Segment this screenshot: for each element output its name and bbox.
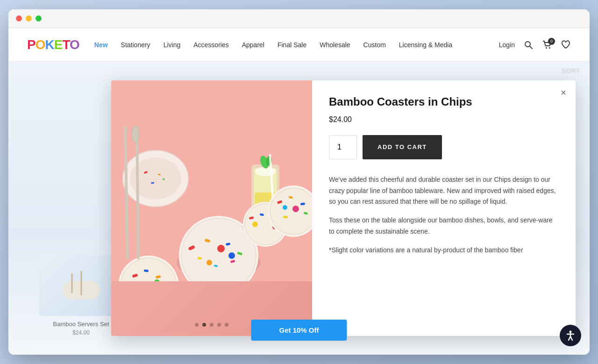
nav-accessories[interactable]: Accessories	[193, 41, 228, 49]
navbar: POKETO New Stationery Living Accessories…	[8, 28, 590, 62]
svg-line-75	[570, 336, 572, 340]
logo-o: O	[36, 37, 45, 52]
logo-p: P	[27, 37, 36, 52]
carousel-dot-2[interactable]	[210, 323, 214, 327]
discount-banner[interactable]: Get 10% Off	[251, 320, 347, 341]
svg-line-1	[530, 46, 532, 49]
main-content: SORT Bamboo Servers Set $24.00	[8, 62, 590, 355]
svg-point-50	[252, 221, 258, 227]
description-paragraph-3: *Slight color variations are a natural b…	[329, 245, 559, 256]
nav-new[interactable]: New	[94, 41, 108, 49]
modal-info-panel: × Bamboo Coasters in Chips $24.00 ADD TO…	[312, 80, 576, 336]
wishlist-icon[interactable]	[561, 40, 571, 50]
logo-k: K	[45, 37, 54, 52]
nav-links: New Stationery Living Accessories Appare…	[94, 41, 499, 49]
nav-licensing[interactable]: Licensing & Media	[399, 41, 452, 49]
svg-point-60	[283, 205, 287, 210]
carousel-dot-0[interactable]	[195, 323, 199, 327]
description-paragraph-1: We've added this cheerful and durable co…	[329, 174, 559, 207]
titlebar	[8, 9, 590, 28]
product-title: Bamboo Coasters in Chips	[329, 95, 559, 109]
add-to-cart-row: ADD TO CART	[329, 135, 559, 159]
logo-e: E	[54, 37, 63, 52]
product-price: $24.00	[329, 115, 559, 124]
svg-point-32	[206, 260, 212, 265]
svg-point-59	[292, 206, 299, 212]
nav-actions: Login 0	[499, 40, 571, 50]
nav-stationery[interactable]: Stationery	[121, 41, 150, 49]
svg-point-0	[525, 42, 530, 47]
modal-close-button[interactable]: ×	[561, 88, 566, 97]
svg-line-69	[137, 127, 138, 258]
svg-point-3	[549, 47, 550, 49]
svg-point-70	[132, 126, 139, 143]
nav-final-sale[interactable]: Final Sale	[278, 41, 306, 49]
search-icon[interactable]	[523, 40, 534, 50]
svg-point-2	[546, 47, 547, 49]
logo[interactable]: POKETO	[27, 38, 79, 51]
cart-icon[interactable]: 0	[542, 40, 552, 50]
login-link[interactable]: Login	[499, 41, 515, 49]
nav-custom[interactable]: Custom	[363, 41, 386, 49]
product-modal: × Bamboo Coasters in Chips $24.00 ADD TO…	[111, 80, 576, 336]
product-image	[111, 80, 312, 336]
description-paragraph-2: Toss these on the table alongside our ba…	[329, 215, 559, 237]
logo-o2: O	[70, 37, 79, 52]
nav-apparel[interactable]: Apparel	[242, 41, 264, 49]
carousel-dot-3[interactable]	[217, 323, 221, 327]
nav-living[interactable]: Living	[164, 41, 181, 49]
quantity-input[interactable]	[329, 135, 357, 159]
modal-image-panel	[111, 80, 312, 336]
carousel-dot-1[interactable]	[202, 323, 206, 327]
carousel-dot-4[interactable]	[225, 323, 228, 327]
nav-wholesale[interactable]: Wholesale	[320, 41, 350, 49]
close-dot[interactable]	[16, 15, 22, 21]
add-to-cart-button[interactable]: ADD TO CART	[363, 135, 442, 159]
logo-t: T	[62, 37, 70, 52]
maximize-dot[interactable]	[36, 15, 42, 21]
accessibility-button[interactable]	[560, 325, 581, 346]
cart-badge: 0	[548, 38, 555, 45]
browser-window: POKETO New Stationery Living Accessories…	[8, 9, 590, 355]
product-description: We've added this cheerful and durable co…	[329, 174, 559, 256]
minimize-dot[interactable]	[26, 15, 32, 21]
svg-point-31	[217, 245, 225, 252]
carousel-dots	[195, 323, 228, 327]
svg-point-33	[228, 252, 235, 259]
